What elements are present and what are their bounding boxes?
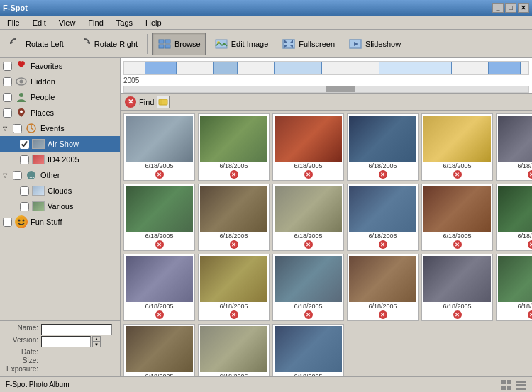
air-show-thumb (32, 139, 45, 149)
photo-cell[interactable]: 6/18/2005✕ (198, 184, 270, 251)
air-show-label: Air Show (48, 140, 117, 148)
various-thumb (32, 201, 45, 211)
photo-cell[interactable]: 6/18/2005✕ (123, 184, 195, 251)
various-checkbox[interactable] (20, 202, 29, 211)
version-input[interactable] (41, 336, 91, 347)
photo-cell[interactable]: 6/18/2005✕ (421, 254, 493, 321)
photo-cell[interactable]: 6/18/2005✕ (347, 184, 419, 251)
svg-point-16 (20, 80, 23, 84)
timeline[interactable]: 2005 (121, 58, 532, 94)
version-up[interactable]: ▲ (92, 336, 101, 342)
menu-find[interactable]: Find (84, 17, 107, 28)
find-tag-button[interactable] (157, 96, 170, 108)
slideshow-button[interactable]: Slideshow (343, 33, 406, 55)
sidebar-item-places[interactable]: Places (0, 105, 120, 121)
menu-tags[interactable]: Tags (112, 17, 137, 28)
fun-stuff-checkbox[interactable] (3, 218, 12, 227)
photo-cell[interactable]: 6/18/2005✕ (123, 254, 195, 321)
hidden-checkbox[interactable] (3, 77, 12, 86)
other-checkbox[interactable] (13, 171, 22, 180)
sidebar-item-id4[interactable]: ID4 2005 (0, 152, 120, 167)
id4-checkbox[interactable] (20, 155, 29, 164)
timeline-scrollbar[interactable] (123, 86, 529, 93)
close-button[interactable]: ✕ (518, 3, 529, 13)
photo-cell[interactable]: 6/18/2005✕ (272, 113, 344, 181)
photo-date: 6/18/2005 (219, 162, 248, 169)
sidebar-item-various[interactable]: Various (0, 198, 120, 214)
menu-help[interactable]: Help (141, 17, 166, 28)
rotate-right-button[interactable]: Rotate Right (72, 33, 143, 55)
photo-date: 6/18/2005 (219, 303, 248, 310)
sidebar-item-air-show[interactable]: Air Show (0, 136, 120, 152)
edit-image-button[interactable]: Edit Image (209, 33, 274, 55)
photo-error-badge: ✕ (453, 170, 462, 179)
photo-cell[interactable]: 6/18/2005✕ (496, 113, 532, 181)
photo-date: 6/18/2005 (145, 373, 173, 376)
photo-cell[interactable]: 6/18/2005✕ (421, 184, 493, 251)
list-view-icon[interactable] (515, 379, 526, 391)
clouds-checkbox[interactable] (20, 186, 29, 196)
sidebar-item-other[interactable]: ▽ ... Other (0, 167, 120, 183)
photo-cell[interactable]: 6/18/2005✕ (123, 113, 195, 181)
photo-cell[interactable]: 6/18/2005✕ (123, 324, 195, 376)
photo-cell[interactable]: 6/18/2005✕ (198, 113, 270, 181)
sidebar-item-clouds[interactable]: Clouds (0, 183, 120, 198)
sidebar-info: Name: Version: ▲ ▼ Date: Size: (0, 320, 120, 376)
photo-cell[interactable]: 6/18/2005✕ (496, 254, 532, 321)
air-show-checkbox[interactable] (20, 140, 29, 149)
hidden-icon (15, 75, 28, 88)
sidebar-item-favorites[interactable]: Favorites (0, 58, 120, 74)
grid-view-icon[interactable] (501, 379, 512, 391)
find-close-button[interactable]: ✕ (125, 96, 136, 108)
photo-cell[interactable]: 6/18/2005✕ (198, 254, 270, 321)
photo-cell[interactable]: 6/18/2005✕ (496, 184, 532, 251)
photo-cell[interactable]: 6/18/2005✕ (347, 254, 419, 321)
photo-cell[interactable]: 6/18/2005✕ (272, 254, 344, 321)
events-checkbox[interactable] (13, 124, 22, 133)
people-checkbox[interactable] (3, 93, 12, 102)
browse-button[interactable]: Browse (152, 33, 206, 55)
sidebar-item-fun-stuff[interactable]: Fun Stuff (0, 214, 120, 230)
photo-cell[interactable]: 6/18/2005✕ (198, 324, 270, 376)
photo-error-badge: ✕ (304, 240, 313, 249)
svg-rect-2 (159, 40, 164, 43)
photo-thumbnail (349, 116, 416, 162)
photo-cell[interactable]: 6/18/2005✕ (272, 324, 344, 376)
title-bar-controls: _ □ ✕ (492, 3, 529, 13)
sidebar-item-people[interactable]: People (0, 89, 120, 105)
version-wrap: ▲ ▼ (41, 336, 101, 347)
events-arrow[interactable]: ▽ (3, 125, 10, 132)
timeline-track[interactable] (123, 61, 529, 75)
id4-label: ID4 2005 (48, 155, 117, 164)
menu-file[interactable]: File (3, 17, 24, 28)
fullscreen-button[interactable]: Fullscreen (276, 33, 340, 55)
menu-edit[interactable]: Edit (28, 17, 50, 28)
photo-grid[interactable]: 6/18/2005✕6/18/2005✕6/18/2005✕6/18/2005✕… (121, 111, 532, 376)
rotate-left-button[interactable]: Rotate Left (3, 33, 69, 55)
version-down[interactable]: ▼ (92, 342, 101, 347)
other-arrow[interactable]: ▽ (3, 172, 10, 179)
svg-point-25 (18, 220, 21, 222)
hidden-label: Hidden (31, 77, 117, 86)
favorites-checkbox[interactable] (3, 62, 12, 71)
maximize-button[interactable]: □ (505, 3, 516, 13)
svg-text:...: ... (29, 172, 35, 179)
name-input[interactable] (41, 324, 112, 335)
photo-cell[interactable]: 6/18/2005✕ (421, 113, 493, 181)
menu-view[interactable]: View (55, 17, 80, 28)
sidebar-item-hidden[interactable]: Hidden (0, 74, 120, 89)
timeline-scroll-thumb[interactable] (326, 86, 355, 92)
version-label: Version: (3, 336, 38, 347)
photo-grid-inner: 6/18/2005✕6/18/2005✕6/18/2005✕6/18/2005✕… (123, 113, 529, 376)
photo-error-badge: ✕ (528, 240, 533, 249)
photo-thumbnail (275, 186, 342, 232)
photo-cell[interactable]: 6/18/2005✕ (347, 113, 419, 181)
minimize-button[interactable]: _ (492, 3, 504, 13)
sidebar-item-events[interactable]: ▽ Events (0, 121, 120, 136)
svg-rect-31 (501, 386, 506, 390)
date-label: Date: (3, 348, 38, 356)
favorites-label: Favorites (31, 62, 117, 70)
photo-cell[interactable]: 6/18/2005✕ (272, 184, 344, 251)
places-checkbox[interactable] (3, 108, 12, 118)
photo-thumbnail (423, 116, 491, 162)
